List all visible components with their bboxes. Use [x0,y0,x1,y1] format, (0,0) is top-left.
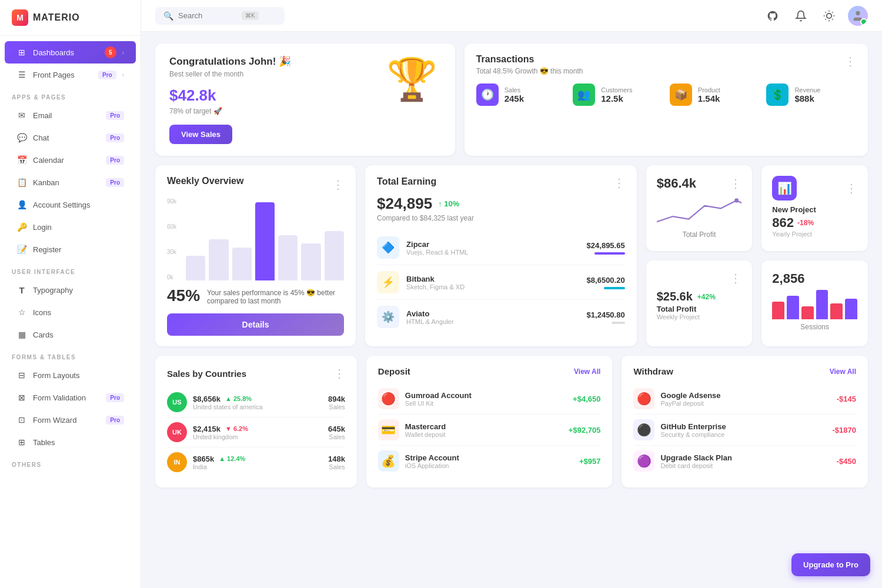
sidebar-item-form-wizard[interactable]: ⊡ Form Wizard Pro [5,409,136,430]
google-amount: -$145 [837,395,856,403]
weekly-title: Weekly Overview [167,176,243,186]
country-sales-label-uk: Sales [328,433,345,440]
withdraw-view-all[interactable]: View All [830,368,856,376]
deposit-stripe: 💰 Stripe Account iOS Application +$957 [378,446,601,476]
profit-widget-card: ⋮ $25.6k +42% Total Profit Weekly Projec… [646,260,753,346]
deposit-title: Deposit [378,366,410,376]
search-input[interactable] [178,11,237,20]
aviato-name: Aviato [406,309,579,318]
sales-countries-menu[interactable]: ⋮ [333,366,345,380]
sidebar-label-tables: Tables [33,438,124,447]
earning-row-aviato: ⚙️ Aviato HTML & Anguler $1,2450.80 [377,300,625,334]
sidebar-item-register[interactable]: 📝 Register [5,239,136,260]
sidebar-item-form-validation[interactable]: ⊠ Form Validation Pro [5,387,136,408]
new-project-title: New Project [772,205,857,214]
country-avatar-uk: UK [167,422,187,442]
sidebar-item-icons[interactable]: ☆ Icons [5,302,136,323]
chevron-icon: › [122,49,124,56]
country-row-in: IN $865k ▲ 12.4% India 148k Sales [167,447,345,477]
sidebar-item-kanban[interactable]: 📋 Kanban Pro [5,172,136,193]
kanban-pro-badge: Pro [106,178,124,187]
sidebar-item-calendar[interactable]: 📅 Calendar Pro [5,149,136,171]
row-1: Congratulations John! 🎉 Best seller of t… [155,44,868,156]
sidebar-item-login[interactable]: 🔑 Login [5,216,136,238]
stripe-amount: +$957 [579,457,601,466]
svg-point-9 [856,11,860,15]
total-profit-amount: $86.4k [657,176,696,191]
withdraw-slack: 🟣 Upgrade Slack Plan Debit card deposit … [633,446,856,476]
new-project-menu[interactable]: ⋮ [846,181,857,195]
sidebar-item-account-settings[interactable]: 👤 Account Settings [5,194,136,215]
github-icon[interactable] [763,6,782,25]
stripe-name: Stripe Account [405,453,573,462]
stripe-sub: iOS Application [405,462,573,469]
country-name-uk: United kingdom [193,433,322,440]
total-profit-menu[interactable]: ⋮ [730,176,741,191]
upgrade-banner[interactable]: Upgrade to Pro [791,553,870,576]
sidebar-item-email[interactable]: ✉ Email Pro [5,105,136,126]
sidebar-label-typography: Typography [33,286,124,295]
weekly-chart: 90k 60k 30k 0k [167,198,344,280]
bar-7 [325,231,344,280]
chart-y-0k: 0k [167,274,176,280]
search-kbd: ⌘K [242,11,259,20]
bitbank-progress [604,287,625,289]
chart-y-60k: 60k [167,223,176,230]
login-icon: 🔑 [16,222,27,232]
details-button[interactable]: Details [167,313,344,336]
sidebar-label-calendar: Calendar [33,156,100,165]
withdraw-google: 🔴 Google Adsense PayPal deposit -$145 [633,383,856,415]
sales-countries-title: Sales by Countries [167,369,246,379]
chart-y-90k: 90k [167,198,176,205]
total-profit-label: Total Profit [657,230,742,239]
deposit-view-all[interactable]: View All [574,368,600,376]
congrats-card: Congratulations John! 🎉 Best seller of t… [155,44,455,156]
google-name: Google Adsense [660,391,830,400]
mastercard-name: Mastercard [405,422,563,431]
github-enterprise-name: GitHub Enterprise [660,422,826,431]
theme-toggle-icon[interactable] [820,6,838,25]
notifications-icon[interactable] [791,6,810,25]
country-amount-uk: $2,415k [193,425,220,433]
profit-widget-menu[interactable]: ⋮ [730,271,741,285]
sales-countries-card: Sales by Countries ⋮ US $8,656k ▲ 25.8% … [155,356,357,487]
svg-line-4 [832,19,833,19]
sidebar-item-front-pages[interactable]: ☰ Front Pages Pro › [5,64,136,85]
register-icon: 📝 [16,244,27,255]
tables-icon: ⊞ [16,437,27,447]
mastercard-sub: Wallet deposit [405,431,563,438]
view-sales-button[interactable]: View Sales [169,125,232,144]
transactions-menu[interactable]: ⋮ [844,54,856,68]
bitbank-icon: ⚡ [377,271,399,293]
earning-menu[interactable]: ⋮ [613,176,625,190]
account-settings-icon: 👤 [16,199,27,210]
others-section-label: OTHERS [0,453,141,472]
zipcar-icon: 🔷 [377,236,399,259]
sidebar-item-cards[interactable]: ▦ Cards [5,324,136,345]
sidebar-item-form-layouts[interactable]: ⊟ Form Layouts [5,365,136,386]
logo-text: MATERIO [33,12,80,23]
sidebar-item-typography[interactable]: T Typography [5,279,136,300]
icons-icon: ☆ [16,307,27,318]
trans-customers-value: 12.5k [601,93,632,103]
google-icon: 🔴 [633,388,654,409]
forms-tables-section-label: FORMS & TABLES [0,346,141,364]
transactions-card: Transactions Total 48.5% Growth 😎 this m… [465,44,868,156]
sessions-value: 2,856 [772,271,857,286]
zipcar-amount: $24,895.65 [587,241,625,250]
sidebar-item-tables[interactable]: ⊞ Tables [5,432,136,453]
search-box[interactable]: 🔍 ⌘K [155,7,285,25]
topbar-right [763,6,868,26]
weekly-menu[interactable]: ⋮ [332,178,344,192]
ui-section-label: USER INTERFACE [0,260,141,279]
total-profit-chart-card: $86.4k ⋮ Total Profit [646,165,753,251]
country-sales-label-us: Sales [328,403,345,410]
sidebar-item-dashboards[interactable]: ⊞ Dashboards 5 › [5,41,136,64]
sidebar-label-form-layouts: Form Layouts [33,371,124,380]
user-avatar[interactable] [848,6,868,26]
form-validation-pro-badge: Pro [106,393,124,402]
new-project-change: -18% [797,219,814,227]
country-sales-uk: 645k [328,425,345,433]
country-change-uk: ▼ 6.2% [225,425,248,432]
sidebar-item-chat[interactable]: 💬 Chat Pro [5,127,136,148]
